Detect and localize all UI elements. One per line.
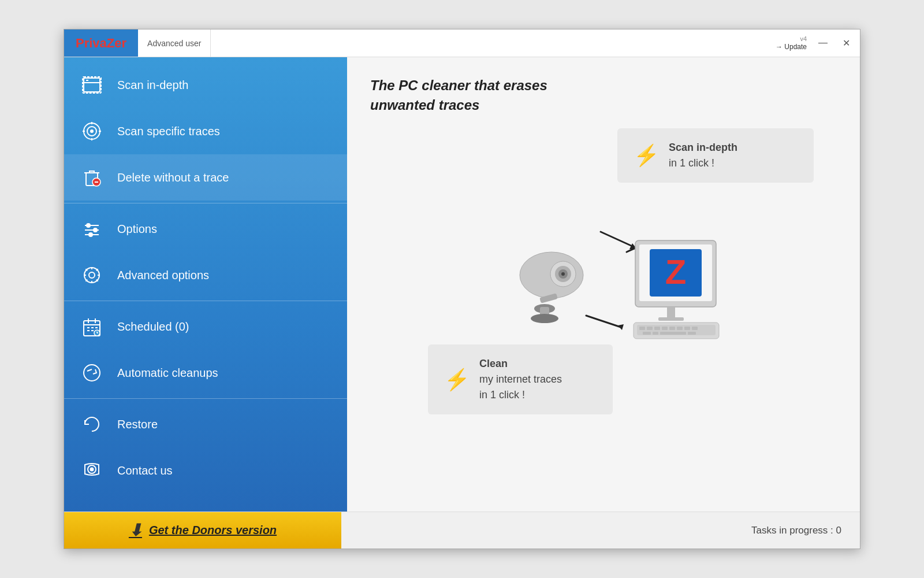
sidebar-item-scan-indepth[interactable]: Scan in-depth — [64, 62, 347, 108]
top-card-bolt-icon: ⚡ — [634, 143, 660, 168]
status-label: Tasks in progress : 0 — [751, 525, 841, 536]
sidebar-label-scan-indepth: Scan in-depth — [117, 79, 188, 92]
logo-area: PrivaZer — [64, 29, 138, 57]
restore-icon — [78, 410, 106, 438]
top-card-line1: Scan in-depth — [669, 140, 737, 155]
logo-priva: Priva — [76, 36, 107, 50]
sidebar-item-options[interactable]: Options — [64, 206, 347, 252]
main-area: Scan in-depth Scan specific traces — [64, 57, 860, 512]
bottom-card-text: Clean my internet traces in 1 click ! — [479, 356, 562, 403]
svg-rect-72 — [653, 332, 658, 335]
contact-icon — [78, 457, 106, 484]
donors-arrow-icon: ⬇ — [129, 521, 142, 540]
scan-specific-icon — [78, 117, 106, 145]
sidebar-label-scheduled: Scheduled (0) — [117, 320, 189, 334]
user-label: Advanced user — [147, 39, 201, 48]
tagline-line1: The PC cleaner that erases — [370, 76, 837, 95]
scan-indepth-icon — [78, 71, 106, 99]
titlebar-right: v4 → Update — ✕ — [776, 35, 853, 52]
minimize-button[interactable]: — — [816, 36, 830, 50]
donors-label: Get the Donors version — [149, 524, 277, 537]
svg-rect-68 — [677, 327, 683, 330]
version-label: v4 — [776, 35, 807, 43]
svg-line-52 — [586, 316, 621, 327]
bottom-card-line3: in 1 click ! — [479, 387, 562, 403]
svg-rect-64 — [647, 327, 653, 330]
sidebar-item-auto-cleanups[interactable]: Automatic cleanups — [64, 350, 347, 396]
svg-rect-59 — [667, 307, 675, 318]
svg-point-7 — [91, 130, 93, 132]
sidebar-label-scan-specific: Scan specific traces — [117, 125, 220, 138]
sidebar-item-contact[interactable]: Contact us — [64, 447, 347, 494]
svg-rect-70 — [692, 327, 698, 330]
auto-cleanups-icon — [78, 359, 106, 387]
svg-rect-71 — [643, 332, 651, 335]
sidebar-label-contact: Contact us — [117, 464, 173, 477]
options-icon — [78, 215, 106, 243]
cards-computer-area: ⚡ Scan in-depth in 1 click ! — [370, 128, 837, 512]
app-logo: PrivaZer — [76, 36, 126, 51]
advanced-options-icon — [78, 261, 106, 289]
illustration-svg: Z — [482, 177, 725, 350]
svg-line-50 — [601, 232, 632, 246]
top-card-line2: in 1 click ! — [669, 155, 737, 171]
computer-illustration: Z — [482, 171, 725, 356]
svg-point-40 — [91, 468, 94, 471]
scheduled-icon — [78, 313, 106, 340]
user-badge: Advanced user — [138, 29, 211, 57]
svg-rect-73 — [660, 332, 686, 335]
sidebar-item-delete-trace[interactable]: Delete without a trace — [64, 154, 347, 201]
sidebar: Scan in-depth Scan specific traces — [64, 57, 347, 512]
svg-rect-66 — [662, 327, 668, 330]
svg-line-38 — [87, 369, 92, 371]
separator-2 — [64, 301, 347, 301]
separator-1 — [64, 203, 347, 203]
main-window: PrivaZer Advanced user v4 → Update — ✕ — [64, 29, 860, 549]
titlebar-left: PrivaZer Advanced user — [64, 29, 211, 57]
logo-z: Z — [107, 36, 114, 50]
svg-point-49 — [531, 314, 558, 323]
content-area: The PC cleaner that erases unwanted trac… — [347, 57, 860, 512]
tagline: The PC cleaner that erases unwanted trac… — [370, 76, 837, 114]
svg-rect-4 — [83, 77, 101, 93]
update-area[interactable]: v4 → Update — [776, 35, 807, 52]
svg-rect-63 — [639, 327, 645, 330]
svg-text:Z: Z — [665, 253, 687, 291]
update-link[interactable]: → Update — [776, 43, 807, 52]
status-bar: Tasks in progress : 0 — [341, 525, 860, 536]
sidebar-item-scan-specific[interactable]: Scan specific traces — [64, 108, 347, 154]
svg-rect-74 — [688, 332, 696, 335]
top-card-text: Scan in-depth in 1 click ! — [669, 140, 737, 171]
logo-er: er — [114, 36, 126, 50]
sidebar-label-auto-cleanups: Automatic cleanups — [117, 366, 218, 380]
sidebar-item-advanced-options[interactable]: Advanced options — [64, 252, 347, 298]
sidebar-item-restore[interactable]: Restore — [64, 401, 347, 447]
sidebar-label-restore: Restore — [117, 418, 158, 431]
footer-bar: ⬇ Get the Donors version Tasks in progre… — [64, 512, 860, 549]
sidebar-item-scheduled[interactable]: Scheduled (0) — [64, 303, 347, 350]
svg-rect-60 — [658, 317, 684, 321]
bottom-card-line2: my internet traces — [479, 372, 562, 387]
delete-trace-icon — [78, 164, 106, 191]
separator-3 — [64, 398, 347, 399]
sidebar-label-advanced-options: Advanced options — [117, 269, 209, 282]
donors-button[interactable]: ⬇ Get the Donors version — [64, 512, 341, 549]
svg-rect-65 — [654, 327, 660, 330]
svg-point-17 — [87, 224, 90, 227]
bottom-card-bolt-icon: ⚡ — [444, 368, 470, 392]
svg-point-19 — [94, 228, 97, 232]
sidebar-label-delete-trace: Delete without a trace — [117, 171, 229, 184]
svg-point-23 — [84, 268, 99, 283]
svg-point-45 — [561, 272, 565, 276]
svg-point-22 — [89, 272, 95, 278]
sidebar-label-options: Options — [117, 223, 157, 236]
tagline-line2: unwanted traces — [370, 95, 837, 115]
svg-point-37 — [84, 365, 100, 381]
svg-rect-67 — [669, 327, 675, 330]
svg-rect-69 — [684, 327, 690, 330]
svg-point-21 — [89, 233, 92, 236]
titlebar: PrivaZer Advanced user v4 → Update — ✕ — [64, 29, 860, 57]
bottom-card-line1: Clean — [479, 356, 562, 372]
close-button[interactable]: ✕ — [839, 36, 853, 50]
